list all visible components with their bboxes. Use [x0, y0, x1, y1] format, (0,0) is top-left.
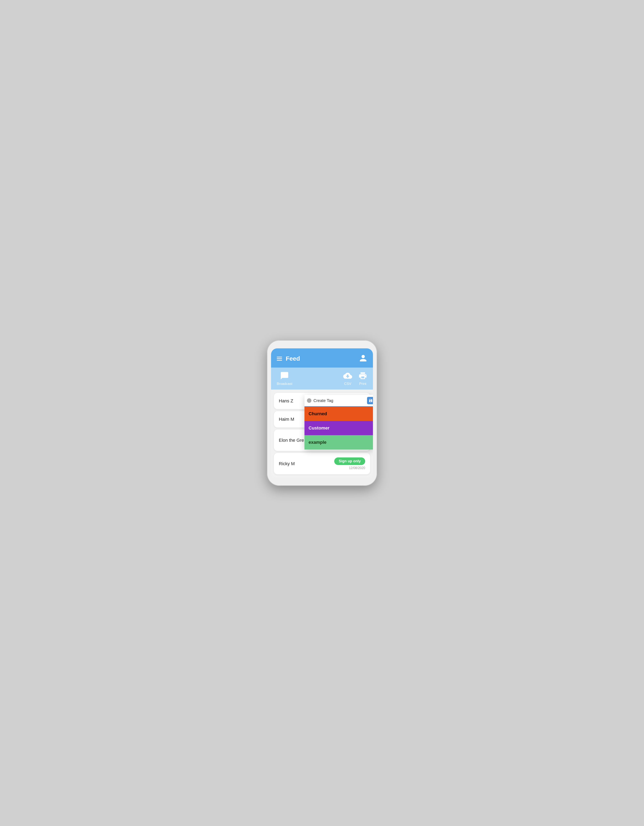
dropdown-item-customer[interactable]: Customer	[304, 421, 373, 435]
contact-list: Hans Z Churned	[271, 390, 373, 478]
contact-card-hans[interactable]: Hans Z Churned	[274, 393, 370, 409]
print-icon	[358, 371, 367, 380]
create-tag-input[interactable]	[313, 398, 365, 403]
csv-icon	[343, 371, 352, 380]
phone-screen: Feed Broadcast CSV	[271, 348, 373, 478]
contact-date-ricky: 12/08/2020	[349, 466, 365, 470]
print-label: Print	[359, 382, 366, 386]
print-button[interactable]: Print	[358, 371, 367, 386]
save-tag-button[interactable]	[367, 397, 373, 404]
contact-name-haim: Haim M	[279, 417, 294, 422]
page-title: Feed	[286, 355, 300, 362]
csv-label: CSV	[344, 382, 351, 386]
header: Feed	[271, 348, 373, 368]
contact-name-elon: Elon the Gre	[279, 438, 304, 443]
contact-name-ricky: Ricky M	[279, 461, 295, 466]
contact-name-hans: Hans Z	[279, 398, 293, 404]
dropdown-item-example[interactable]: example	[304, 435, 373, 449]
dropdown-overlay: Churned Customer example	[304, 395, 373, 449]
account-icon	[359, 354, 367, 362]
toolbar: Broadcast CSV Print	[271, 368, 373, 390]
contact-card-ricky[interactable]: Ricky M Sign up only 12/08/2020	[274, 453, 370, 474]
csv-button[interactable]: CSV	[343, 371, 352, 386]
save-icon	[369, 399, 373, 403]
broadcast-icon	[280, 371, 289, 380]
dropdown-search-bar	[304, 395, 373, 407]
tag-badge-signup[interactable]: Sign up only	[334, 458, 365, 465]
color-dot	[307, 398, 311, 403]
broadcast-label: Broadcast	[277, 382, 292, 386]
broadcast-button[interactable]: Broadcast	[277, 371, 292, 386]
dropdown-item-churned[interactable]: Churned	[304, 407, 373, 421]
contact-right-ricky: Sign up only 12/08/2020	[334, 458, 365, 470]
account-button[interactable]	[359, 354, 367, 363]
phone-shell: Feed Broadcast CSV	[267, 340, 377, 486]
menu-button[interactable]	[277, 357, 282, 360]
header-left: Feed	[277, 355, 300, 362]
